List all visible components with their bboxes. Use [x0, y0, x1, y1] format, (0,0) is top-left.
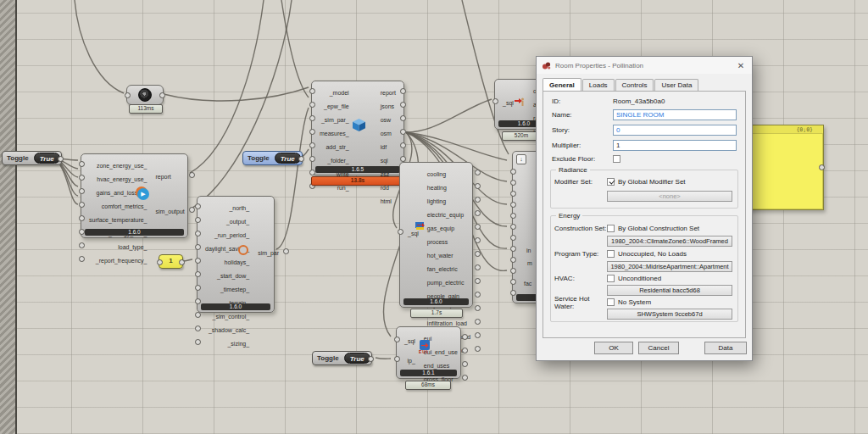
- multiplier-input[interactable]: 1: [613, 140, 737, 151]
- port-label: _report_frequency_: [96, 258, 147, 264]
- port-lighting[interactable]: lighting: [423, 192, 478, 206]
- program-type-label: Program Type:: [554, 250, 607, 258]
- port-label: eui_end_use: [424, 349, 458, 355]
- port-sim-par[interactable]: sim_par: [253, 244, 287, 258]
- construction-set-button[interactable]: 1980_2004::ClimateZone6::WoodFramed: [607, 236, 732, 247]
- port-label: sql: [381, 158, 388, 164]
- port-epw-file[interactable]: _epw_file: [312, 97, 353, 111]
- port-model[interactable]: _model: [312, 84, 353, 97]
- room-properties-dialog[interactable]: Room Properties - Pollination ✕ General …: [536, 56, 753, 361]
- output-ports: reportjsonsoswosmidfsqlzszrddhtml: [376, 84, 403, 164]
- port-measures[interactable]: measures_: [312, 125, 353, 138]
- port-label: _sql: [408, 231, 419, 236]
- port-label: measures_: [320, 131, 349, 136]
- tab-controls[interactable]: Controls: [615, 79, 654, 92]
- port-pump-electric[interactable]: pump_electric: [423, 274, 478, 287]
- port-sim-output[interactable]: sim_output: [152, 203, 192, 216]
- port-start-dow[interactable]: _start_dow_: [198, 267, 253, 281]
- toggle-label: Toggle: [313, 352, 343, 364]
- input-ports: _sql: [400, 165, 423, 297]
- port-label: _folder_: [327, 158, 348, 164]
- port-label: end_uses: [424, 363, 449, 369]
- panel-grip[interactable]: [819, 164, 825, 170]
- component-eui[interactable]: _sqlip_ euieui_end_useend_usesgross_floo…: [396, 326, 461, 379]
- runtime-badge: 68ms: [405, 381, 451, 390]
- program-type-button[interactable]: 1980_2004::MidriseApartment::Apartment: [607, 261, 732, 272]
- port-north[interactable]: _north_: [198, 199, 253, 213]
- toggle-value[interactable]: True: [34, 153, 60, 164]
- integer-panel[interactable]: 1: [159, 254, 183, 269]
- modifier-set-checkbox[interactable]: [607, 178, 615, 186]
- port-gas-equip[interactable]: gas_equip: [423, 220, 478, 233]
- dialog-titlebar[interactable]: Room Properties - Pollination ✕: [537, 57, 752, 74]
- toggle-value[interactable]: True: [344, 353, 370, 364]
- id-value: Room_43a5b0a0: [613, 97, 737, 105]
- modifier-set-button[interactable]: <none>: [607, 191, 732, 202]
- port-shadow-calc[interactable]: _shadow_calc_: [198, 321, 253, 335]
- port-osw[interactable]: osw: [376, 111, 403, 125]
- port-label: holidays_: [225, 259, 250, 265]
- component-model-to-osm[interactable]: _model_epw_file_sim_par_measures_add_str…: [311, 81, 404, 175]
- port-process[interactable]: process: [423, 233, 478, 247]
- story-input[interactable]: 0: [613, 125, 737, 136]
- data-button[interactable]: Data: [704, 342, 747, 354]
- boolean-toggle-write[interactable]: Toggle True: [242, 151, 303, 165]
- port-label: _sizing_: [227, 341, 249, 347]
- tab-general[interactable]: General: [542, 78, 581, 91]
- port-idf[interactable]: idf: [376, 138, 403, 152]
- port-zone-energy-use[interactable]: zone_energy_use_: [81, 157, 152, 170]
- grasshopper-canvas[interactable]: Toggle True 113ms zone_energy_use_hvac_e…: [0, 0, 868, 434]
- port-folder[interactable]: _folder_: [312, 152, 353, 165]
- port-end-uses[interactable]: end_uses: [420, 357, 465, 370]
- component-timer[interactable]: [126, 85, 164, 105]
- ok-button[interactable]: OK: [594, 342, 633, 354]
- port-run-period[interactable]: _run_period_: [198, 226, 253, 240]
- pollination-logo-icon: [542, 61, 551, 70]
- shw-button[interactable]: SHWSystem 9cceb67d: [607, 309, 732, 320]
- port-electric-equip[interactable]: electric_equip: [423, 206, 478, 220]
- shw-checkbox[interactable]: [607, 298, 615, 306]
- dialog-title: Room Properties - Pollination: [555, 62, 735, 70]
- port-hot-water[interactable]: hot_water: [423, 247, 478, 260]
- component-simulation-parameter[interactable]: _north__output__run_period_daylight_savi…: [197, 196, 275, 313]
- port-label: surface_temperature_: [89, 217, 147, 223]
- boolean-toggle-report[interactable]: Toggle True: [2, 151, 62, 165]
- port-surface-temperature[interactable]: surface_temperature_: [81, 211, 152, 225]
- port-timestep[interactable]: _timestep_: [198, 281, 253, 294]
- exclude-floor-checkbox[interactable]: [613, 155, 620, 163]
- component-read-room-energy[interactable]: zone_energy_use_hvac_energy_use_gains_an…: [81, 153, 188, 238]
- port-hvac-energy-use[interactable]: hvac_energy_use_: [81, 170, 152, 184]
- hvac-checkbox[interactable]: [607, 275, 615, 282]
- toggle-value[interactable]: True: [275, 153, 301, 164]
- port-sim-par[interactable]: _sim_par_: [312, 111, 353, 125]
- boolean-toggle-ip[interactable]: Toggle True: [312, 351, 372, 365]
- toggle-label: Toggle: [243, 152, 274, 164]
- port-cooling[interactable]: cooling: [423, 165, 478, 179]
- component-read-energy-by-type[interactable]: _sql coolingheatinglightingelectric_equi…: [399, 162, 473, 308]
- close-icon[interactable]: ✕: [735, 61, 747, 70]
- port-sql[interactable]: _sql: [397, 332, 420, 346]
- port-heating[interactable]: heating: [423, 179, 478, 192]
- port-fan-electric[interactable]: fan_electric: [423, 260, 478, 274]
- port-add-str[interactable]: add_str_: [312, 138, 353, 152]
- tab-user-data[interactable]: User Data: [654, 79, 698, 92]
- port-report[interactable]: report: [152, 168, 192, 181]
- port-osm[interactable]: osm: [376, 125, 403, 138]
- port-holidays[interactable]: holidays_: [198, 253, 253, 267]
- port-report-frequency[interactable]: _report_frequency_: [81, 252, 152, 265]
- port-jsons[interactable]: jsons: [376, 97, 403, 111]
- hvac-button[interactable]: Residential bacc5d68: [607, 285, 732, 296]
- program-type-checkbox[interactable]: [607, 250, 615, 258]
- port-report[interactable]: report: [376, 84, 403, 97]
- name-input[interactable]: SINGLE ROOM: [613, 109, 737, 120]
- construction-set-checkbox[interactable]: [607, 225, 615, 232]
- cancel-button[interactable]: Cancel: [638, 342, 679, 354]
- port-output[interactable]: _output_: [198, 213, 253, 226]
- tab-loads[interactable]: Loads: [582, 79, 615, 92]
- program-type-check-label: Unoccupied, No Loads: [618, 250, 687, 258]
- port-sizing[interactable]: _sizing_: [198, 335, 253, 348]
- port-label: _timestep_: [220, 287, 249, 292]
- port-load-type[interactable]: load_type_: [81, 238, 152, 252]
- port-ip[interactable]: ip_: [397, 352, 420, 365]
- port-label: gas_equip: [427, 225, 454, 231]
